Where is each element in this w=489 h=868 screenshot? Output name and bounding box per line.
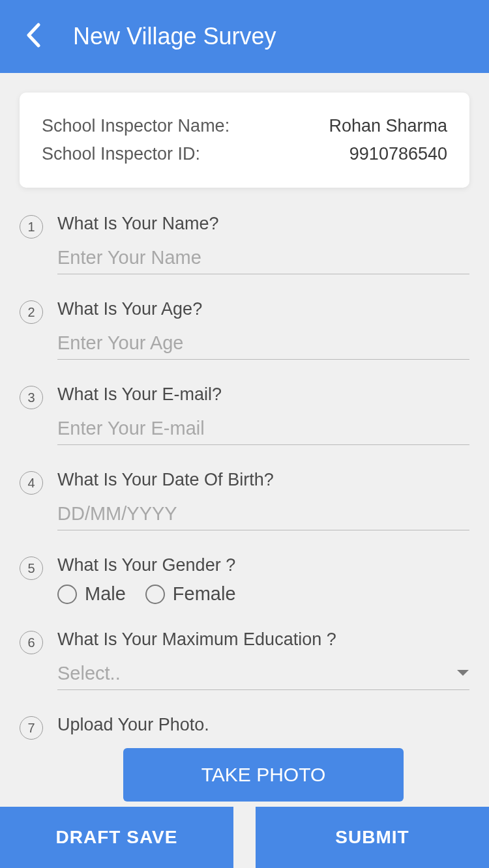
radio-circle-icon <box>57 585 77 604</box>
inspector-id-value: 9910786540 <box>349 140 447 168</box>
question-number-7: 7 <box>20 716 43 740</box>
question-content-7: Upload Your Photo. TAKE PHOTO <box>57 715 469 802</box>
inspector-id-row: School Inspector ID: 9910786540 <box>42 140 447 168</box>
radio-female[interactable]: Female <box>145 583 236 605</box>
education-select[interactable]: Select.. <box>57 658 469 690</box>
radio-label-female: Female <box>173 583 236 605</box>
question-number-5: 5 <box>20 557 43 580</box>
email-input[interactable] <box>57 412 469 445</box>
inspector-name-label: School Inspector Name: <box>42 112 230 140</box>
submit-button[interactable]: SUBMIT <box>256 807 489 868</box>
question-label-age: What Is Your Age? <box>57 299 469 319</box>
question-label-dob: What Is Your Date Of Birth? <box>57 470 469 490</box>
inspector-name-row: School Inspector Name: Rohan Sharma <box>42 112 447 140</box>
radio-label-male: Male <box>85 583 126 605</box>
back-icon[interactable] <box>26 23 40 50</box>
draft-save-button[interactable]: DRAFT SAVE <box>0 807 233 868</box>
question-label-gender: What Is Your Gender ? <box>57 555 469 575</box>
inspector-card: School Inspector Name: Rohan Sharma Scho… <box>20 93 469 188</box>
question-number-6: 6 <box>20 631 43 654</box>
question-number-2: 2 <box>20 300 43 324</box>
page-title: New Village Survey <box>73 23 276 50</box>
question-gender: 5 What Is Your Gender ? Male Female <box>20 555 469 605</box>
select-placeholder-text: Select.. <box>57 663 121 684</box>
name-input[interactable] <box>57 242 469 274</box>
question-label-photo: Upload Your Photo. <box>57 715 469 735</box>
question-age: 2 What Is Your Age? <box>20 299 469 360</box>
question-number-1: 1 <box>20 215 43 239</box>
question-label-name: What Is Your Name? <box>57 214 469 234</box>
question-number-3: 3 <box>20 386 43 409</box>
radio-circle-icon <box>145 585 165 604</box>
question-content-5: What Is Your Gender ? Male Female <box>57 555 469 605</box>
chevron-down-icon <box>456 668 469 680</box>
question-content-2: What Is Your Age? <box>57 299 469 360</box>
footer-actions: DRAFT SAVE SUBMIT <box>0 807 489 868</box>
question-education: 6 What Is Your Maximum Education ? Selec… <box>20 629 469 690</box>
question-number-4: 4 <box>20 471 43 495</box>
inspector-id-label: School Inspector ID: <box>42 140 200 168</box>
age-input[interactable] <box>57 327 469 360</box>
question-label-email: What Is Your E-mail? <box>57 384 469 405</box>
question-label-education: What Is Your Maximum Education ? <box>57 629 469 650</box>
gender-radio-group: Male Female <box>57 583 469 605</box>
radio-male[interactable]: Male <box>57 583 126 605</box>
app-header: New Village Survey <box>0 0 489 73</box>
dob-input[interactable] <box>57 498 469 530</box>
question-dob: 4 What Is Your Date Of Birth? <box>20 470 469 530</box>
question-content-4: What Is Your Date Of Birth? <box>57 470 469 530</box>
question-content-3: What Is Your E-mail? <box>57 384 469 445</box>
take-photo-button[interactable]: TAKE PHOTO <box>123 748 404 802</box>
question-content-1: What Is Your Name? <box>57 214 469 274</box>
question-email: 3 What Is Your E-mail? <box>20 384 469 445</box>
question-name: 1 What Is Your Name? <box>20 214 469 274</box>
question-content-6: What Is Your Maximum Education ? Select.… <box>57 629 469 690</box>
form-content: School Inspector Name: Rohan Sharma Scho… <box>0 73 489 807</box>
inspector-name-value: Rohan Sharma <box>329 112 447 140</box>
question-photo: 7 Upload Your Photo. TAKE PHOTO <box>20 715 469 802</box>
